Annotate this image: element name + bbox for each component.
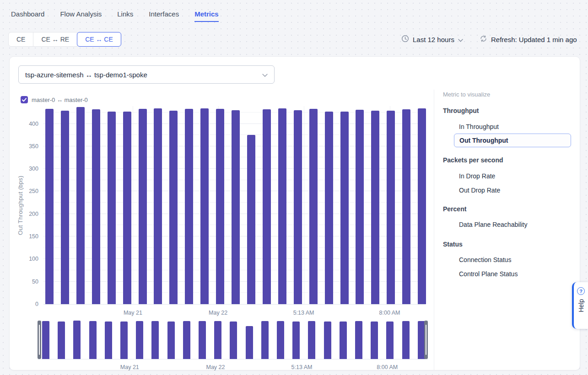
pair-select[interactable]: tsp-azure-sitemesh ↔ tsp-demo1-spoke (18, 65, 275, 84)
chevron-down-icon (458, 36, 463, 44)
nav-item-metrics[interactable]: Metrics (194, 10, 219, 22)
bar (387, 111, 395, 304)
bar (340, 112, 349, 304)
series-toggle[interactable]: master-0 ↔ master-0 (21, 96, 88, 103)
scope-tab-group: CE CE ↔ RE CE ↔ CE (8, 32, 121, 47)
bar (402, 109, 410, 304)
x-axis-ticks: May 21May 225:13 AM8:00 AM (43, 310, 426, 317)
section-status: Status (443, 241, 463, 248)
navigator-bar (371, 321, 378, 359)
navigator-bar (73, 321, 81, 359)
bar (200, 108, 209, 304)
bar (247, 135, 255, 304)
time-range-selector[interactable]: Last 12 hours (401, 35, 463, 44)
bar (216, 109, 224, 304)
bar (418, 108, 426, 304)
metric-item-data-plane-reachability[interactable]: Data Plane Reachability (459, 221, 527, 228)
selected-metric-label: Out Throughput (459, 137, 508, 144)
navigator-bar (230, 321, 237, 359)
checkbox-checked-icon[interactable] (21, 96, 28, 103)
navigator-bar (277, 321, 284, 359)
bar (294, 110, 302, 304)
bar (61, 111, 69, 304)
help-label: Help (577, 299, 585, 312)
nav-item-links[interactable]: Links (117, 10, 133, 22)
time-range-label: Last 12 hours (413, 36, 454, 43)
section-throughput: Throughput (443, 107, 479, 114)
navigator-bar (386, 321, 394, 359)
navigator-right-handle[interactable] (424, 321, 428, 359)
x-tick-label: May 22 (200, 310, 237, 316)
bar (232, 110, 240, 304)
tab-ce-re[interactable]: CE ↔ RE (33, 32, 77, 47)
x-tick-label: 5:13 AM (286, 310, 322, 316)
navigator-bar (402, 321, 410, 359)
metrics-page: Dashboard Flow Analysis Links Interfaces… (0, 0, 588, 375)
navigator-left-handle[interactable] (38, 321, 41, 359)
metric-item-control-plane-status[interactable]: Control Plane Status (459, 270, 518, 278)
y-tick-label: 250 (29, 188, 38, 194)
navigator-bar (355, 321, 362, 359)
bar (108, 112, 116, 304)
navigator-bar (105, 321, 112, 359)
y-tick-label: 350 (29, 143, 38, 150)
bar (154, 108, 162, 304)
navigator-tick-label: May 22 (197, 364, 234, 370)
pair-select-value: tsp-azure-sitemesh ↔ tsp-demo1-spoke (25, 71, 147, 79)
nav-item-flow-analysis[interactable]: Flow Analysis (60, 10, 102, 22)
help-button[interactable]: ? Help (572, 282, 588, 329)
refresh-status-label: Refresh: Updated 1 min ago (491, 36, 577, 43)
bar (123, 112, 131, 304)
bar (45, 109, 54, 304)
series-toggle-label: master-0 ↔ master-0 (32, 96, 88, 103)
y-tick-label: 200 (29, 211, 38, 217)
metric-item-out-throughput-selected[interactable]: Out Throughput (454, 134, 571, 147)
bar (263, 109, 271, 304)
sidebar-title: Metric to visualize (443, 91, 490, 98)
x-tick-label: 8:00 AM (372, 310, 408, 316)
metric-item-in-drop-rate[interactable]: In Drop Rate (459, 172, 495, 180)
navigator-bar (42, 321, 49, 359)
tab-ce-ce[interactable]: CE ↔ CE (77, 32, 121, 47)
y-tick-label: 100 (29, 256, 38, 262)
section-percent: Percent (443, 205, 466, 213)
metric-item-connection-status[interactable]: Connection Status (459, 256, 511, 263)
navigator-tick-label: 8:00 AM (369, 364, 405, 370)
navigator-axis-ticks: May 21May 225:13 AM8:00 AM (38, 364, 428, 371)
refresh-control[interactable]: Refresh: Updated 1 min ago (480, 35, 577, 44)
navigator-bar (89, 321, 97, 359)
bar (325, 112, 333, 304)
bar (309, 109, 318, 304)
navigator-bar (199, 321, 206, 359)
bar (356, 110, 364, 304)
navigator-bar (324, 321, 331, 359)
x-tick-label: May 21 (114, 310, 151, 316)
bar (76, 107, 85, 304)
tab-ce[interactable]: CE (8, 32, 33, 47)
y-tick-label: 300 (29, 166, 38, 172)
bar (371, 111, 379, 304)
y-tick-label: 0 (35, 301, 38, 307)
metric-item-out-drop-rate[interactable]: Out Drop Rate (459, 187, 500, 194)
y-tick-label: 400 (29, 121, 38, 127)
main-plot[interactable] (43, 106, 426, 305)
navigator-bar (151, 321, 159, 359)
metric-item-in-throughput[interactable]: In Throughput (459, 123, 499, 130)
nav-item-interfaces[interactable]: Interfaces (149, 10, 179, 22)
y-axis-ticks: 050100150200250300350400 (23, 106, 38, 305)
navigator[interactable] (38, 321, 428, 359)
navigator-bar (120, 321, 128, 359)
navigator-bar (214, 321, 221, 359)
bar (92, 109, 100, 304)
navigator-bar (340, 321, 347, 359)
navigator-bar (58, 321, 65, 359)
bar (169, 111, 178, 304)
question-mark-icon: ? (577, 287, 585, 295)
nav-item-dashboard[interactable]: Dashboard (11, 10, 44, 22)
vertical-gridline (133, 106, 133, 304)
navigator-bar (261, 321, 269, 359)
clock-icon (401, 35, 409, 44)
refresh-icon (480, 35, 487, 44)
navigator-tick-label: 5:13 AM (284, 364, 320, 370)
navigator-bar (167, 321, 175, 359)
